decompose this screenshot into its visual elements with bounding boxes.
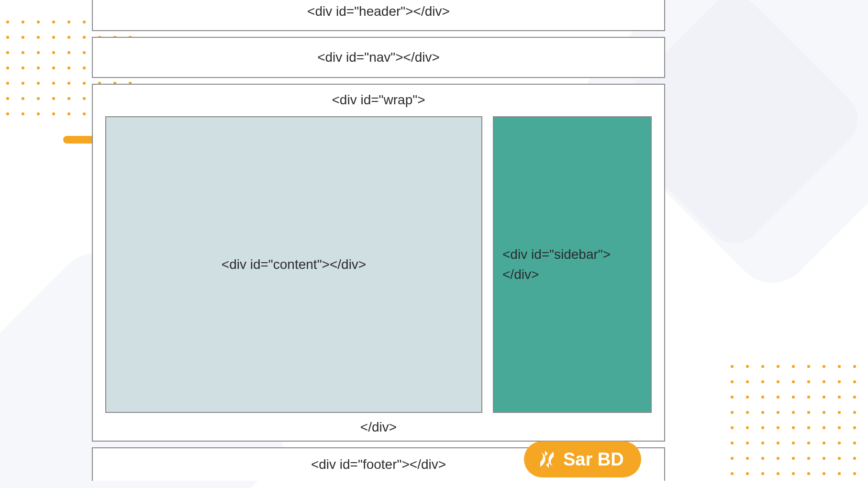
dot-pattern-bottom-right [724, 359, 858, 478]
header-label: <div id="header"></div> [307, 4, 450, 19]
brand-text: Sar BD [563, 449, 624, 470]
wrap-open-label: <div id="wrap"> [105, 92, 652, 108]
nav-box: <div id="nav"></div> [92, 37, 665, 78]
svg-marker-0 [545, 451, 548, 456]
wrap-close-label: </div> [105, 420, 652, 435]
sidebar-label: <div id="sidebar"> </div> [502, 244, 611, 285]
wrap-inner-container: <div id="content"></div> <div id="sideba… [105, 116, 652, 413]
nav-label: <div id="nav"></div> [317, 50, 440, 65]
brand-logo-icon [535, 448, 558, 471]
svg-marker-1 [546, 462, 549, 468]
brand-badge: Sar BD [524, 441, 641, 477]
layout-diagram: <div id="header"></div> <div id="nav"></… [92, 0, 665, 481]
content-label: <div id="content"></div> [222, 257, 366, 272]
sidebar-box: <div id="sidebar"> </div> [493, 116, 652, 413]
content-box: <div id="content"></div> [105, 116, 482, 413]
footer-label: <div id="footer"></div> [311, 457, 446, 472]
header-box: <div id="header"></div> [92, 0, 665, 31]
wrap-box: <div id="wrap"> <div id="content"></div>… [92, 84, 665, 442]
